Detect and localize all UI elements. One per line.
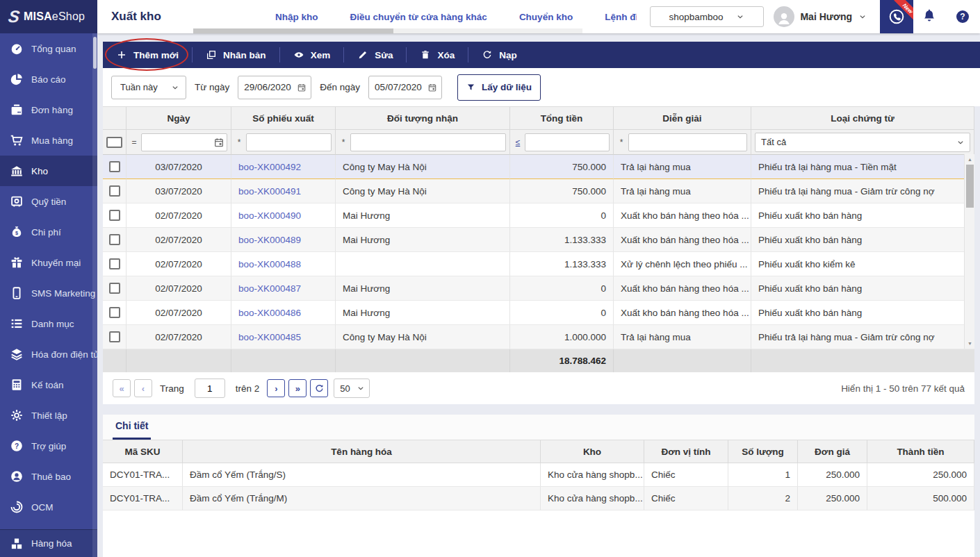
page-number-input[interactable] — [195, 379, 225, 398]
delete-button[interactable]: Xóa — [407, 42, 468, 68]
calendar-icon[interactable] — [427, 82, 437, 93]
filter-description-input[interactable] — [628, 133, 747, 151]
last-page-button[interactable]: » — [288, 379, 307, 397]
tab-chi-tiet[interactable]: Chi tiết — [113, 420, 151, 440]
tabs-horizontal-scrollbar[interactable] — [193, 28, 582, 33]
row-checkbox[interactable] — [109, 283, 120, 294]
calendar-icon[interactable] — [213, 137, 224, 148]
prev-page-button[interactable]: ‹ — [134, 379, 152, 397]
scroll-up-arrow[interactable]: ▲ — [965, 157, 975, 162]
col-dien-giai[interactable]: Diễn giải — [614, 107, 751, 130]
col-don-gia[interactable]: Đơn giá — [798, 440, 867, 463]
row-checkbox[interactable] — [109, 185, 120, 197]
detail-row[interactable]: DCY01-TRA... Đầm cổ Yếm (Trắng/S) Kho cử… — [103, 463, 974, 487]
from-date-field[interactable] — [238, 76, 311, 99]
document-link[interactable]: boo-XK000488 — [238, 259, 301, 269]
sidebar-scrollbar[interactable] — [92, 33, 97, 557]
first-page-button[interactable]: « — [113, 379, 131, 397]
document-link[interactable]: boo-XK000486 — [238, 308, 301, 318]
row-checkbox[interactable] — [109, 331, 120, 342]
to-date-field[interactable] — [368, 76, 442, 99]
next-page-button[interactable]: › — [267, 379, 285, 397]
view-button[interactable]: Xem — [280, 42, 344, 68]
col-tong-tien[interactable]: Tổng tiền — [510, 107, 614, 130]
sidebar-item-don-hang[interactable]: Đơn hàng — [0, 94, 97, 125]
tab-chuyen-kho[interactable]: Chuyển kho — [519, 12, 573, 22]
tab-lenh-di[interactable]: Lệnh đi — [605, 12, 637, 22]
refresh-page-button[interactable] — [310, 379, 328, 397]
table-row[interactable]: 02/07/2020 boo-XK000490 Mai Hương 0 Xuất… — [103, 203, 974, 228]
tabs-scrollbar-thumb[interactable] — [193, 28, 393, 33]
sidebar-item-tro-giup[interactable]: ?Trợ giúp — [0, 431, 97, 461]
col-don-vi-tinh[interactable]: Đơn vị tính — [644, 440, 728, 463]
table-row[interactable]: 02/07/2020 boo-XK000486 Mai Hương 0 Xuất… — [103, 301, 974, 325]
to-date-input[interactable] — [375, 82, 426, 92]
document-link[interactable]: boo-XK000487 — [238, 283, 301, 294]
col-ngay[interactable]: Ngày — [126, 107, 231, 130]
document-link[interactable]: boo-XK000490 — [238, 210, 301, 221]
sidebar-item-quy-tien[interactable]: Quỹ tiền — [0, 186, 97, 217]
row-checkbox[interactable] — [109, 307, 120, 318]
fetch-data-button[interactable]: Lấy dữ liệu — [457, 74, 541, 101]
sidebar-item-kho[interactable]: Kho — [0, 156, 97, 186]
reload-button[interactable]: Nạp — [468, 42, 530, 68]
col-kho[interactable]: Kho — [541, 440, 644, 463]
add-new-button[interactable]: Thêm mới — [103, 42, 192, 68]
calendar-icon[interactable] — [297, 82, 307, 93]
table-row[interactable]: 03/07/2020 boo-XK000491 Công ty May Hà N… — [103, 179, 974, 203]
table-row[interactable]: 03/07/2020 boo-XK000492 Công ty May Hà N… — [103, 155, 974, 179]
sidebar-item-hang-hoa[interactable]: Hàng hóa — [0, 529, 97, 557]
row-checkbox[interactable] — [109, 161, 120, 172]
hotline-button[interactable]: New — [880, 0, 913, 33]
avatar[interactable] — [774, 6, 794, 27]
table-row[interactable]: 02/07/2020 boo-XK000488 1.133.333 Xử lý … — [103, 252, 974, 276]
chevron-down-icon[interactable] — [858, 12, 867, 22]
sidebar-item-ke-toan[interactable]: Kế toán — [0, 369, 97, 400]
app-logo[interactable]: S MISAeShop — [0, 0, 97, 33]
sidebar-item-sms-marketing[interactable]: SMS Marketing — [0, 278, 97, 308]
filter-total-input[interactable] — [525, 133, 610, 151]
sidebar-item-hoa-don-dien-tu[interactable]: Hóa đơn điện tử — [0, 339, 97, 369]
duplicate-button[interactable]: Nhân bản — [193, 42, 279, 68]
document-link[interactable]: boo-XK000492 — [238, 162, 301, 172]
filter-op[interactable]: = — [130, 138, 138, 147]
tab-nhap-kho[interactable]: Nhập kho — [275, 12, 318, 22]
table-row[interactable]: 02/07/2020 boo-XK000487 Mai Hương 0 Xuất… — [103, 276, 974, 301]
sidebar-item-danh-muc[interactable]: Danh mục — [0, 308, 97, 339]
col-ten-hang-hoa[interactable]: Tên hàng hóa — [183, 440, 541, 463]
select-all-checkbox[interactable] — [106, 137, 122, 148]
period-select[interactable]: Tuần này — [111, 76, 186, 99]
row-checkbox[interactable] — [109, 258, 120, 269]
filter-op[interactable]: ≤ — [514, 138, 522, 147]
user-menu[interactable]: Mai Hương — [800, 11, 852, 22]
sidebar-item-ocm[interactable]: OCM — [0, 492, 97, 522]
row-checkbox[interactable] — [109, 234, 120, 245]
sidebar-item-chi-phi[interactable]: $Chi phí — [0, 217, 97, 247]
filter-op[interactable]: * — [339, 138, 348, 147]
col-doi-tuong-nhan[interactable]: Đối tượng nhận — [336, 107, 510, 130]
page-size-select[interactable]: 50 — [334, 379, 370, 398]
detail-row[interactable]: DCY01-TRA... Đầm cổ Yếm (Trắng/M) Kho cử… — [103, 487, 974, 510]
sidebar-item-thue-bao[interactable]: Thuê bao — [0, 461, 97, 492]
tab-dieu-chuyen[interactable]: Điều chuyển từ cửa hàng khác — [350, 12, 487, 22]
sidebar-item-thiet-lap[interactable]: Thiết lập — [0, 400, 97, 431]
sidebar-item-tong-quan[interactable]: Tổng quan — [0, 33, 97, 64]
from-date-input[interactable] — [244, 82, 295, 92]
document-link[interactable]: boo-XK000491 — [238, 186, 301, 197]
sidebar-item-bao-cao[interactable]: Báo cáo — [0, 64, 97, 94]
sidebar-item-khuyen-mai[interactable]: Khuyến mại — [0, 247, 97, 278]
sidebar-scrollbar-thumb[interactable] — [93, 37, 97, 69]
table-vertical-scrollbar[interactable]: ▲ ▼ — [964, 154, 974, 349]
col-thanh-tien[interactable]: Thành tiền — [867, 440, 974, 463]
sidebar-item-mua-hang[interactable]: Mua hàng — [0, 125, 97, 156]
row-checkbox[interactable] — [109, 210, 120, 221]
document-link[interactable]: boo-XK000485 — [238, 332, 301, 342]
help-button[interactable]: ? — [945, 0, 980, 33]
table-row[interactable]: 02/07/2020 boo-XK000485 Công ty May Hà N… — [103, 325, 974, 349]
filter-receiver-input[interactable] — [350, 133, 506, 151]
col-ma-sku[interactable]: Mã SKU — [103, 440, 183, 463]
col-so-phieu-xuat[interactable]: Số phiếu xuất — [231, 107, 336, 130]
doc-type-select[interactable]: Tất cả — [755, 133, 970, 152]
col-loai-chung-tu[interactable]: Loại chứng từ — [751, 107, 974, 130]
col-so-luong[interactable]: Số lượng — [728, 440, 798, 463]
